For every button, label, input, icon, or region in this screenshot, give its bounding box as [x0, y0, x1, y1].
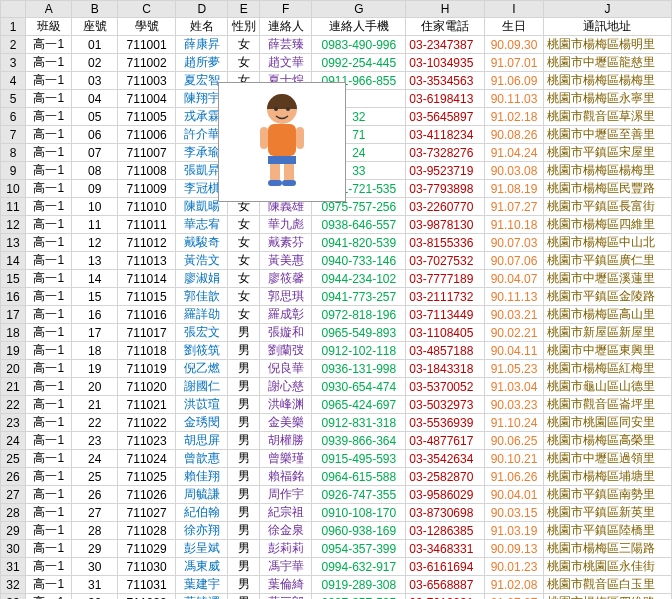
row-header-4[interactable]: 4 [1, 72, 26, 90]
cell-id[interactable]: 711007 [118, 144, 176, 162]
row-header-27[interactable]: 27 [1, 486, 26, 504]
cell-mobile[interactable]: 0936-131-998 [312, 360, 406, 378]
cell-gender[interactable]: 男 [228, 504, 260, 522]
cell-addr[interactable]: 桃園市平鎮區廣仁里 [543, 252, 671, 270]
cell-addr[interactable]: 桃園市楊梅區埔塘里 [543, 468, 671, 486]
cell-id[interactable]: 711004 [118, 90, 176, 108]
cell-class[interactable]: 高一1 [26, 450, 72, 468]
cell-name[interactable]: 馮東威 [176, 558, 228, 576]
cell-contact[interactable]: 張嫙和 [260, 324, 312, 342]
cell-addr[interactable]: 桃園市楊梅區中山北 [543, 234, 671, 252]
cell-phone[interactable]: 03-5032973 [406, 396, 485, 414]
cell-mobile[interactable]: 0939-866-364 [312, 432, 406, 450]
cell-gender[interactable]: 男 [228, 414, 260, 432]
cell-contact[interactable]: 葉倫綺 [260, 576, 312, 594]
cell-seat[interactable]: 03 [72, 72, 118, 90]
cell-phone[interactable]: 03-4857188 [406, 342, 485, 360]
cell-mobile[interactable]: 0941-820-539 [312, 234, 406, 252]
cell-addr[interactable]: 桃園市楊梅區楊梅里 [543, 162, 671, 180]
row-header-31[interactable]: 31 [1, 558, 26, 576]
cell-mobile[interactable]: 0960-938-169 [312, 522, 406, 540]
cell-id[interactable]: 711005 [118, 108, 176, 126]
cell-contact[interactable]: 紀宗祖 [260, 504, 312, 522]
cell-phone[interactable]: 03-5536939 [406, 414, 485, 432]
cell-gender[interactable]: 女 [228, 234, 260, 252]
cell-seat[interactable]: 30 [72, 558, 118, 576]
cell-addr[interactable]: 桃園市中壢區溪蓮里 [543, 270, 671, 288]
cell-gender[interactable]: 女 [228, 270, 260, 288]
cell-seat[interactable]: 25 [72, 468, 118, 486]
cell-seat[interactable]: 14 [72, 270, 118, 288]
cell-gender[interactable]: 男 [228, 468, 260, 486]
cell-class[interactable]: 高一1 [26, 144, 72, 162]
cell-id[interactable]: 711030 [118, 558, 176, 576]
cell-addr[interactable]: 桃園市觀音區白玉里 [543, 576, 671, 594]
cell-mobile[interactable]: 0940-733-146 [312, 252, 406, 270]
cell-addr[interactable]: 桃園市楊梅區紅梅里 [543, 360, 671, 378]
cell-addr[interactable]: 桃園市平鎮區南勢里 [543, 486, 671, 504]
row-header-28[interactable]: 28 [1, 504, 26, 522]
cell-name[interactable]: 謝國仁 [176, 378, 228, 396]
row-header-6[interactable]: 6 [1, 108, 26, 126]
cell-bday[interactable]: 91.05.23 [485, 360, 544, 378]
cell-bday[interactable]: 90.04.11 [485, 342, 544, 360]
cell-addr[interactable]: 桃園市平鎮區長富街 [543, 198, 671, 216]
header-J[interactable]: 通訊地址 [543, 18, 671, 36]
cell-addr[interactable]: 桃園市楊梅區楊明里 [543, 36, 671, 54]
cell-class[interactable]: 高一1 [26, 414, 72, 432]
cell-seat[interactable]: 32 [72, 594, 118, 600]
cell-contact[interactable]: 賴福銘 [260, 468, 312, 486]
cell-contact[interactable]: 彭莉莉 [260, 540, 312, 558]
cell-gender[interactable]: 男 [228, 324, 260, 342]
row-header-26[interactable]: 26 [1, 468, 26, 486]
row-header-30[interactable]: 30 [1, 540, 26, 558]
cell-class[interactable]: 高一1 [26, 378, 72, 396]
cell-gender[interactable]: 男 [228, 360, 260, 378]
cell-contact[interactable]: 葉三郎 [260, 594, 312, 600]
cell-mobile[interactable]: 0944-234-102 [312, 270, 406, 288]
cell-id[interactable]: 711010 [118, 198, 176, 216]
cell-class[interactable]: 高一1 [26, 36, 72, 54]
cell-name[interactable]: 郭佳歆 [176, 288, 228, 306]
cell-name[interactable]: 趙所夢 [176, 54, 228, 72]
col-header-J[interactable]: J [543, 1, 671, 18]
cell-bday[interactable]: 90.07.03 [485, 234, 544, 252]
cell-addr[interactable]: 桃園市平鎮區金陵路 [543, 288, 671, 306]
col-header-C[interactable]: C [118, 1, 176, 18]
header-E[interactable]: 性別 [228, 18, 260, 36]
row-header-33[interactable]: 33 [1, 594, 26, 600]
cell-class[interactable]: 高一1 [26, 72, 72, 90]
cell-class[interactable]: 高一1 [26, 594, 72, 600]
cell-seat[interactable]: 27 [72, 504, 118, 522]
col-header-I[interactable]: I [485, 1, 544, 18]
cell-bday[interactable]: 91.03.04 [485, 378, 544, 396]
cell-bday[interactable]: 90.04.07 [485, 270, 544, 288]
cell-seat[interactable]: 13 [72, 252, 118, 270]
row-header-20[interactable]: 20 [1, 360, 26, 378]
header-G[interactable]: 連絡人手機 [312, 18, 406, 36]
cell-bday[interactable]: 91.04.24 [485, 144, 544, 162]
header-I[interactable]: 生日 [485, 18, 544, 36]
cell-seat[interactable]: 08 [72, 162, 118, 180]
row-header-12[interactable]: 12 [1, 216, 26, 234]
cell-name[interactable]: 胡思屏 [176, 432, 228, 450]
cell-addr[interactable]: 桃園市中壢區東興里 [543, 342, 671, 360]
cell-seat[interactable]: 23 [72, 432, 118, 450]
cell-name[interactable]: 徐亦翔 [176, 522, 228, 540]
cell-contact[interactable]: 曾樂瑾 [260, 450, 312, 468]
cell-seat[interactable]: 18 [72, 342, 118, 360]
cell-seat[interactable]: 26 [72, 486, 118, 504]
cell-id[interactable]: 711031 [118, 576, 176, 594]
cell-mobile[interactable]: 0965-424-697 [312, 396, 406, 414]
cell-gender[interactable]: 女 [228, 306, 260, 324]
cell-class[interactable]: 高一1 [26, 432, 72, 450]
cell-name[interactable]: 羅詳劭 [176, 306, 228, 324]
cell-contact[interactable]: 徐金泉 [260, 522, 312, 540]
cell-seat[interactable]: 06 [72, 126, 118, 144]
cell-mobile[interactable]: 0938-646-557 [312, 216, 406, 234]
cell-class[interactable]: 高一1 [26, 558, 72, 576]
cell-bday[interactable]: 90.11.13 [485, 288, 544, 306]
cell-id[interactable]: 711001 [118, 36, 176, 54]
row-header-29[interactable]: 29 [1, 522, 26, 540]
header-F[interactable]: 連絡人 [260, 18, 312, 36]
